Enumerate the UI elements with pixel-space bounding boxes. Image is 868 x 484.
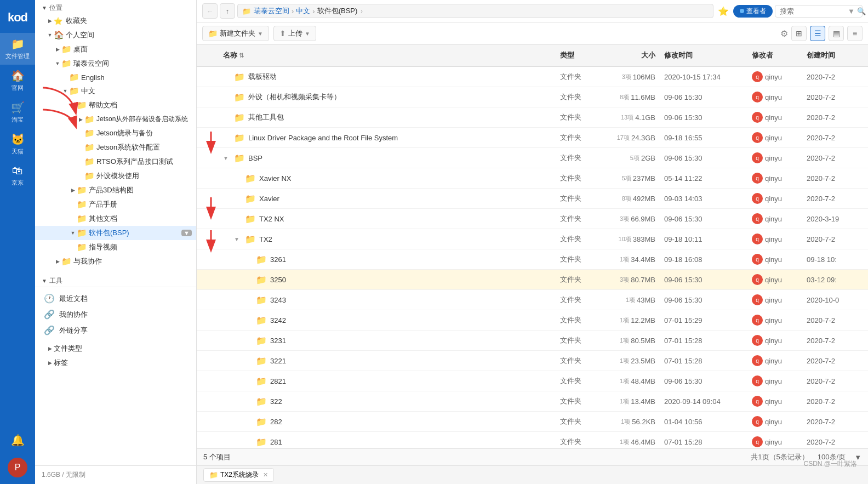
bsp-arrow: ▼ — [69, 229, 77, 237]
row-name-text: BSP — [248, 154, 262, 162]
row-expand-arrow[interactable]: ▼ — [223, 155, 231, 161]
table-row[interactable]: ▼ 📁 TX2 文件夹 10项383MB 09-18 10:11 q qinyu… — [197, 229, 868, 249]
guide-videos-folder-icon: 📁 — [77, 243, 87, 252]
search-icon[interactable]: ▼ — [848, 7, 855, 15]
tree-jetson-boot[interactable]: ▶ 📁 Jetson从外部存储设备启动系统 — [35, 112, 196, 126]
detail-view-button[interactable]: ▤ — [829, 26, 844, 41]
table-row[interactable]: 📁 载板驱动 文件夹 3项106MB 2020-10-15 17:34 q qi… — [197, 67, 868, 87]
nav-bell[interactable]: 🔔 — [0, 429, 35, 451]
table-row[interactable]: 📁 3221 文件夹 1项23.5MB 07-01 15:28 q qinyu … — [197, 351, 868, 371]
bottom-tab-tx2[interactable]: 📁 TX2系统烧录 ✕ — [203, 468, 274, 482]
favorites-label: 收藏夹 — [66, 16, 87, 26]
tree-product-manual[interactable]: 📁 产品手册 — [35, 197, 196, 212]
filter-icon[interactable]: ⚙ — [780, 29, 788, 39]
row-modifier-name: qinyu — [765, 418, 782, 426]
table-row[interactable]: 📁 其他工具包 文件夹 13项4.1GB 09-06 15:30 q qinyu… — [197, 107, 868, 128]
nav-home[interactable]: 🏠 官网 — [0, 65, 35, 96]
tools-section: ▼ 工具 — [35, 273, 196, 287]
row-modifier-avatar: q — [752, 71, 763, 82]
row-modifier-name: qinyu — [765, 337, 782, 345]
new-folder-button[interactable]: 📁 新建文件夹 ▼ — [202, 26, 269, 41]
search-submit-icon[interactable]: 🔍 — [857, 7, 866, 15]
tree-rtso-test[interactable]: 📁 RTSO系列产品接口测试 — [35, 155, 196, 169]
th-name-label: 名称 — [223, 50, 237, 60]
tree-product-3d[interactable]: ▶ 📁 产品3D结构图 — [35, 183, 196, 197]
table-row[interactable]: 📁 3261 文件夹 1项34.4MB 09-18 16:08 q qinyu … — [197, 249, 868, 270]
search-input[interactable] — [780, 7, 846, 15]
up-button[interactable]: ↑ — [220, 3, 235, 19]
table-row[interactable]: 📁 322 文件夹 1项13.4MB 2020-09-14 09:04 q qi… — [197, 391, 868, 412]
desktop-folder-icon: 📁 — [61, 45, 71, 54]
tree-collaboration[interactable]: ▶ 📁 与我协作 — [35, 254, 196, 269]
tree-chinese[interactable]: ▼ 📁 中文 — [35, 84, 196, 98]
tree-file-types[interactable]: ▶ 文件类型 — [35, 341, 196, 356]
table-row[interactable]: 📁 3250 文件夹 3项80.7MB 09-06 15:30 q qinyu … — [197, 270, 868, 290]
row-size: 1项80.5MB — [610, 334, 660, 347]
tree-ruirui-space[interactable]: ▼ 📁 瑞泰云空间 — [35, 56, 196, 71]
table-row[interactable]: 📁 TX2 NX 文件夹 3项66.9MB 09-06 15:30 q qiny… — [197, 209, 868, 229]
row-folder-icon: 📁 — [245, 193, 256, 204]
table-row[interactable]: 📁 Xavier 文件夹 8项492MB 09-03 14:03 q qinyu… — [197, 189, 868, 209]
file-types-arrow: ▶ — [46, 345, 54, 352]
row-size: 3项66.9MB — [610, 213, 660, 225]
table-row[interactable]: 📁 3242 文件夹 1项12.2MB 07-01 15:29 q qinyu … — [197, 310, 868, 331]
list-view-button[interactable]: ☰ — [810, 26, 825, 41]
tree-guide-videos[interactable]: 📁 指导视频 — [35, 240, 196, 254]
nav-tmall[interactable]: 🐱 天猫 — [0, 128, 35, 160]
row-expand-arrow[interactable]: ▼ — [234, 236, 242, 242]
table-row[interactable]: 📁 3231 文件夹 1项80.5MB 07-01 15:28 q qinyu … — [197, 331, 868, 351]
back-button[interactable]: ← — [202, 3, 218, 19]
breadcrumb-item-2[interactable]: 中文 — [296, 6, 310, 16]
nav-file-manager-label: 文件管理 — [5, 52, 30, 60]
nav-jd[interactable]: 🛍 京东 — [0, 160, 35, 191]
table-row[interactable]: ▼ 📁 BSP 文件夹 5项2GB 09-06 15:30 q qinyu 20… — [197, 148, 868, 168]
tree-jetson-sys[interactable]: 📁 Jetson系统软件配置 — [35, 140, 196, 155]
tree-help-docs[interactable]: ▼ 📁 帮助文档 — [35, 98, 196, 112]
other-docs-folder-icon: 📁 — [77, 214, 87, 223]
bottom-tab-close-icon[interactable]: ✕ — [263, 471, 268, 479]
tree-other-docs[interactable]: 📁 其他文档 — [35, 212, 196, 226]
row-type: 文件夹 — [556, 374, 610, 388]
table-row[interactable]: 📁 281 文件夹 1项46.4MB 07-01 15:28 q qinyu 2… — [197, 432, 868, 448]
table-row[interactable]: 📁 2821 文件夹 1项48.4MB 09-06 15:30 q qinyu … — [197, 371, 868, 391]
nav-file-manager[interactable]: 📁 文件管理 — [0, 33, 35, 65]
row-folder-icon: 📁 — [256, 396, 267, 407]
row-checkbox — [197, 237, 219, 241]
tree-tags[interactable]: ▶ 标签 — [35, 356, 196, 370]
grid-view-button[interactable]: ⊞ — [791, 26, 807, 41]
tree-jetson-flash[interactable]: 📁 Jetson烧录与备份 — [35, 126, 196, 140]
tree-personal-space[interactable]: ▼ 🏠 个人空间 — [35, 28, 196, 42]
viewer-button[interactable]: 查看者 — [733, 5, 773, 18]
table-row[interactable]: 📁 Linux Driver Package and the Root File… — [197, 128, 868, 148]
table-row[interactable]: 📁 外设（相机和视频采集卡等） 文件夹 8项11.6MB 09-06 15:30… — [197, 87, 868, 107]
table-row[interactable]: 📁 282 文件夹 1项56.2KB 01-04 10:56 q qinyu 2… — [197, 412, 868, 432]
tree-external-share[interactable]: 🔗 外链分享 — [39, 322, 192, 338]
row-modifier-name: qinyu — [765, 73, 782, 81]
upload-button[interactable]: ⬆ 上传 ▼ — [273, 26, 316, 41]
row-type: 文件夹 — [556, 435, 610, 448]
chinese-arrow: ▼ — [61, 87, 69, 95]
row-size: 8项492MB — [610, 192, 660, 205]
row-created: 2020-7-2 — [802, 436, 868, 448]
breadcrumb-item-1[interactable]: 瑞泰云空间 — [254, 6, 289, 16]
tree-external-module[interactable]: 📁 外设模块使用 — [35, 169, 196, 183]
tree-recent-docs[interactable]: 🕐 最近文档 — [39, 291, 192, 306]
item-count: 5 个项目 — [203, 452, 231, 462]
row-name-text: 3243 — [270, 296, 286, 304]
storage-info-text: 1.6GB / 无限制 — [42, 471, 85, 479]
table-row[interactable]: 📁 Xavier NX 文件夹 5项237MB 05-14 11:22 q qi… — [197, 168, 868, 189]
help-docs-label: 帮助文档 — [89, 100, 117, 110]
tree-desktop[interactable]: ▶ 📁 桌面 — [35, 42, 196, 56]
table-row[interactable]: 📁 3243 文件夹 1项43MB 09-06 15:30 q qinyu 20… — [197, 290, 868, 310]
user-avatar[interactable]: P — [8, 458, 27, 477]
nav-taobao[interactable]: 🛒 淘宝 — [0, 96, 35, 128]
more-view-button[interactable]: ≡ — [847, 26, 863, 41]
tree-favorites[interactable]: ▶ ⭐ 收藏夹 — [35, 14, 196, 28]
row-modifier: q qinyu — [747, 191, 802, 206]
tree-bsp[interactable]: ▼ 📁 软件包(BSP) ▼ — [35, 226, 196, 240]
bookmark-button[interactable]: ⭐ — [716, 3, 731, 19]
tree-english[interactable]: 📁 English — [35, 71, 196, 84]
th-name[interactable]: 名称 ⇅ — [219, 48, 556, 62]
tree-my-collab[interactable]: 🔗 我的协作 — [39, 306, 192, 322]
personal-space-label: 个人空间 — [66, 30, 94, 40]
